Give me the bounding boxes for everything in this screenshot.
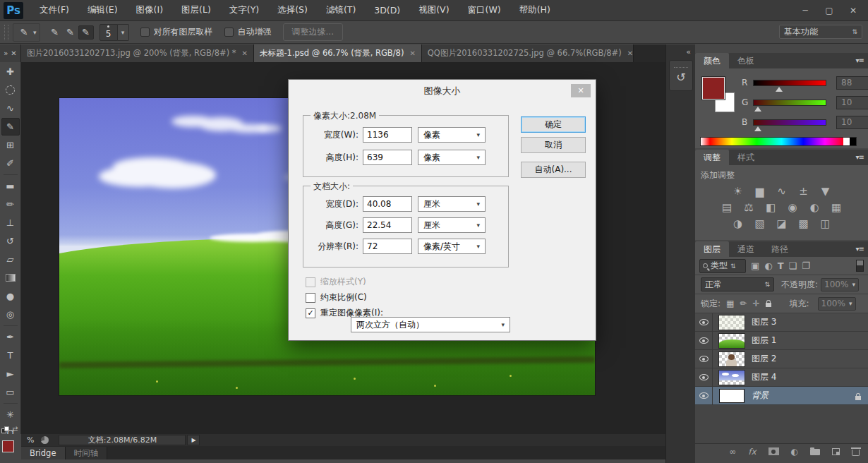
path-selection-tool[interactable]: ► xyxy=(1,365,20,383)
layer-thumbnail[interactable] xyxy=(719,371,745,385)
swap-colors-icon[interactable]: ⇄ xyxy=(12,425,18,433)
blue-value-field[interactable]: 10 xyxy=(836,116,868,129)
new-adjustment-layer-icon[interactable]: ◐ xyxy=(791,447,798,457)
hue-saturation-icon[interactable]: ▤ xyxy=(719,200,735,214)
auto-enhance-option[interactable]: 自动增强 xyxy=(224,26,272,38)
refine-edge-button[interactable]: 调整边缘... xyxy=(283,23,343,41)
layer-thumbnail[interactable] xyxy=(719,352,745,366)
menu-file[interactable]: 文件(F) xyxy=(30,0,78,21)
add-selection-mode[interactable]: ✎ xyxy=(63,25,78,40)
crop-tool[interactable]: ⊞ xyxy=(1,136,20,154)
blend-mode-dropdown[interactable]: 正常 ⇅ xyxy=(701,277,774,291)
document-tab-3[interactable]: QQ图片20160331202725.jpg @ 66.7%(RGB/8#) ✕ xyxy=(422,44,634,62)
filter-pixel-layers-icon[interactable]: ▣ xyxy=(751,260,759,271)
new-layer-icon[interactable] xyxy=(832,448,840,455)
color-lookup-icon[interactable]: ▦ xyxy=(828,200,844,214)
slider-handle[interactable] xyxy=(776,87,783,92)
menu-filter[interactable]: 滤镜(T) xyxy=(317,0,365,21)
layer-thumbnail[interactable] xyxy=(719,389,745,403)
brightness-contrast-icon[interactable]: ☀ xyxy=(730,184,746,198)
slider-handle[interactable] xyxy=(754,107,761,112)
brush-size-dropdown[interactable]: ▾ xyxy=(118,24,129,41)
tab-swatches[interactable]: 色板 xyxy=(729,53,763,68)
tab-mini-bridge[interactable]: Bridge xyxy=(21,447,66,459)
photo-filter-icon[interactable]: ◉ xyxy=(785,200,800,214)
dialog-close-button[interactable]: ✕ xyxy=(571,84,591,97)
lock-transparency-icon[interactable]: ▦ xyxy=(726,299,734,308)
doc-width-input[interactable] xyxy=(363,196,412,212)
visibility-toggle[interactable] xyxy=(695,387,713,404)
visibility-toggle[interactable] xyxy=(695,332,713,349)
filter-toggle[interactable] xyxy=(856,260,864,272)
tab-close-icon[interactable]: ✕ xyxy=(627,49,633,57)
eyedropper-tool[interactable]: ✐ xyxy=(1,155,20,172)
brush-tool[interactable]: ✏ xyxy=(1,196,20,213)
menu-layer[interactable]: 图层(L) xyxy=(172,0,220,21)
lock-position-icon[interactable]: ✛ xyxy=(752,299,759,308)
posterize-icon[interactable]: ▧ xyxy=(752,217,768,230)
exposure-icon[interactable]: ± xyxy=(796,184,812,198)
lasso-tool[interactable]: ∿ xyxy=(1,100,20,117)
menu-type[interactable]: 文字(Y) xyxy=(220,0,268,21)
layer-row-3[interactable]: 图层 3 xyxy=(695,313,868,332)
pixel-width-unit-dropdown[interactable]: 像素 ▾ xyxy=(418,127,486,143)
sample-all-layers-option[interactable]: 对所有图层取样 xyxy=(140,26,213,38)
history-brush-tool[interactable]: ↺ xyxy=(1,232,20,250)
tab-color[interactable]: 颜色 xyxy=(695,53,729,68)
invert-icon[interactable]: ◑ xyxy=(730,217,746,230)
shape-tool[interactable]: ▭ xyxy=(1,383,20,401)
dodge-tool[interactable]: ◎ xyxy=(1,306,20,323)
layer-thumbnail[interactable] xyxy=(719,334,745,348)
levels-icon[interactable]: ▆ xyxy=(752,184,768,198)
visibility-toggle[interactable] xyxy=(695,350,713,368)
auto-enhance-checkbox[interactable] xyxy=(224,28,234,37)
status-menu-button[interactable]: ▶ xyxy=(187,435,200,445)
minimize-button[interactable]: ─ xyxy=(795,3,816,18)
menu-select[interactable]: 选择(S) xyxy=(268,0,317,21)
maximize-button[interactable]: ▢ xyxy=(819,3,840,18)
filter-kind-dropdown[interactable]: 类型 ⇅ xyxy=(699,259,746,273)
history-panel-button[interactable]: ↺ xyxy=(669,60,693,91)
filter-smart-object-icon[interactable]: ❐ xyxy=(802,260,810,271)
curves-icon[interactable]: ∿ xyxy=(774,184,790,198)
white-swatch[interactable] xyxy=(843,138,850,145)
auto-button[interactable]: 自动(A)... xyxy=(521,162,586,178)
collapse-icon[interactable]: » xyxy=(4,49,8,57)
doc-height-input[interactable] xyxy=(363,217,412,233)
menu-image[interactable]: 图像(I) xyxy=(127,0,172,21)
menu-view[interactable]: 视图(V) xyxy=(409,0,458,21)
red-value-field[interactable]: 88 xyxy=(836,76,868,90)
close-button[interactable]: ✕ xyxy=(843,3,864,18)
menu-edit[interactable]: 编辑(E) xyxy=(78,0,127,21)
new-group-icon[interactable] xyxy=(810,449,820,455)
tab-close-icon[interactable]: ✕ xyxy=(409,49,415,57)
subtract-selection-mode[interactable]: ✎ xyxy=(78,25,94,40)
resolution-unit-dropdown[interactable]: 像素/英寸 ▾ xyxy=(418,239,486,254)
tab-timeline[interactable]: 时间轴 xyxy=(66,447,108,459)
marquee-tool[interactable] xyxy=(1,81,20,99)
lock-pixels-icon[interactable]: ✏ xyxy=(740,299,747,308)
tab-paths[interactable]: 路径 xyxy=(763,241,797,257)
black-white-icon[interactable]: ◧ xyxy=(763,200,778,214)
document-tab-2[interactable]: 未标题-1.psd @ 66.7% (背景, RGB/8) ✕ xyxy=(254,44,422,62)
panel-menu-icon[interactable]: ▾≡ xyxy=(856,245,864,253)
blur-tool[interactable]: ● xyxy=(1,287,20,305)
layer-row-background[interactable]: 背景 xyxy=(695,387,868,405)
slider-handle[interactable] xyxy=(754,126,761,131)
tab-layers[interactable]: 图层 xyxy=(695,241,729,257)
pixel-height-unit-dropdown[interactable]: 像素 ▾ xyxy=(418,150,486,165)
tool-preset-picker[interactable]: ✎ ▾ xyxy=(13,23,40,42)
menu-window[interactable]: 窗口(W) xyxy=(459,0,510,21)
resample-checkbox[interactable]: ✓ xyxy=(306,308,315,318)
selective-color-icon[interactable]: ◫ xyxy=(818,217,833,230)
link-layers-icon[interactable]: ∞ xyxy=(729,447,736,457)
panel-menu-icon[interactable]: ▾≡ xyxy=(856,56,864,64)
panel-menu-icon[interactable]: ▾≡ xyxy=(856,153,864,161)
cancel-button[interactable]: 取消 xyxy=(521,137,586,153)
doc-width-unit-dropdown[interactable]: 厘米 ▾ xyxy=(418,196,486,212)
filter-type-layers-icon[interactable]: T xyxy=(778,260,784,271)
new-selection-mode[interactable]: ✎ xyxy=(47,25,63,40)
color-spectrum-ramp[interactable] xyxy=(700,137,857,146)
healing-brush-tool[interactable]: ▬ xyxy=(1,177,20,195)
threshold-icon[interactable]: ◪ xyxy=(774,217,790,230)
